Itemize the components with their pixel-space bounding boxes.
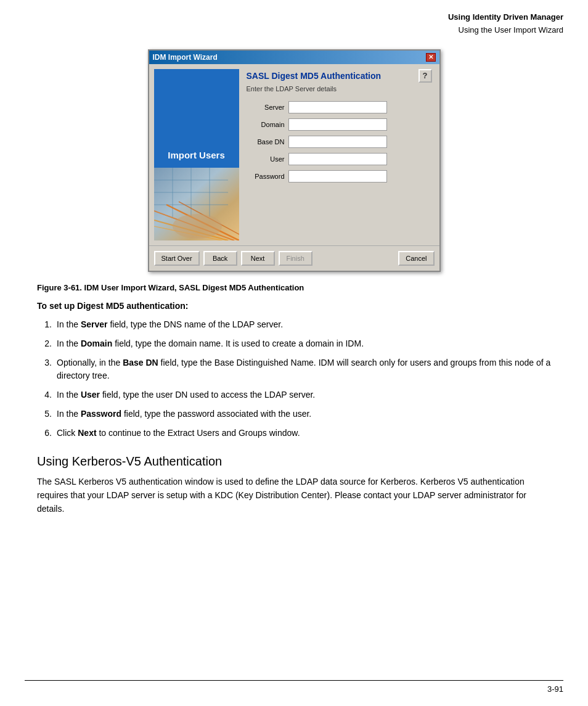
password-field-row: Password	[247, 170, 432, 183]
user-input[interactable]	[288, 153, 387, 165]
photo-decoration	[154, 168, 239, 240]
dialog-titlebar: IDM Import Wizard ✕	[149, 51, 439, 64]
list-item: 2. In the Domain field, type the domain …	[37, 337, 551, 350]
basedn-label: Base DN	[247, 138, 288, 146]
server-label: Server	[247, 104, 288, 111]
idm-dialog: IDM Import Wizard ✕ Import Users	[148, 49, 441, 272]
screenshot-container: IDM Import Wizard ✕ Import Users	[37, 49, 551, 272]
cancel-button[interactable]: Cancel	[398, 251, 434, 266]
list-item: 5. In the Password field, type the passw…	[37, 408, 551, 421]
dialog-photo	[154, 168, 239, 240]
list-item: 6. Click Next to continue to the Extract…	[37, 427, 551, 440]
back-button[interactable]: Back	[203, 251, 237, 266]
server-field-row: Server	[247, 101, 432, 113]
finish-button[interactable]: Finish	[279, 251, 312, 266]
list-item: 4. In the User field, type the user DN u…	[37, 388, 551, 401]
instruction-header: To set up Digest MD5 authentication:	[37, 301, 551, 311]
dialog-right-title: SASL Digest MD5 Authentication	[247, 71, 382, 81]
page-header: Using Identity Driven Manager Using the …	[0, 0, 588, 43]
dialog-right-header: SASL Digest MD5 Authentication ?	[247, 69, 432, 83]
password-label: Password	[247, 173, 288, 180]
import-users-blue-panel: Import Users	[154, 69, 239, 168]
dialog-body: Import Users	[149, 64, 439, 245]
list-item: 3. Optionally, in the Base DN field, typ…	[37, 356, 551, 382]
dialog-close-button[interactable]: ✕	[426, 53, 436, 62]
svg-point-12	[173, 214, 222, 239]
instruction-list: 1. In the Server field, type the DNS nam…	[37, 318, 551, 440]
basedn-input[interactable]	[288, 136, 387, 148]
header-line2: Using the User Import Wizard	[25, 24, 563, 37]
server-input[interactable]	[288, 101, 387, 113]
page-footer: 3-91	[25, 680, 563, 694]
page-number: 3-91	[547, 684, 563, 694]
help-button[interactable]: ?	[419, 69, 432, 83]
domain-input[interactable]	[288, 118, 387, 131]
content-area: IDM Import Wizard ✕ Import Users	[0, 43, 588, 544]
user-label: User	[247, 155, 288, 163]
photo-building	[154, 168, 239, 240]
start-over-button[interactable]: Start Over	[154, 251, 200, 266]
password-input[interactable]	[288, 170, 387, 183]
dialog-left-panel: Import Users	[154, 69, 239, 240]
domain-field-row: Domain	[247, 118, 432, 131]
basedn-field-row: Base DN	[247, 136, 432, 148]
kerberos-body: The SASL Kerberos V5 authentication wind…	[37, 475, 551, 516]
figure-caption: Figure 3-61. IDM User Import Wizard, SAS…	[37, 283, 551, 292]
dialog-title: IDM Import Wizard	[153, 53, 218, 62]
dialog-right-panel: SASL Digest MD5 Authentication ? Enter t…	[244, 69, 435, 240]
import-users-label: Import Users	[168, 149, 225, 162]
header-line1: Using Identity Driven Manager	[25, 11, 563, 24]
domain-label: Domain	[247, 121, 288, 128]
user-field-row: User	[247, 153, 432, 165]
dialog-subtitle: Enter the LDAP Server details	[247, 85, 432, 92]
dialog-footer: Start Over Back Next Finish Cancel	[149, 245, 439, 271]
next-button[interactable]: Next	[241, 251, 275, 266]
list-item: 1. In the Server field, type the DNS nam…	[37, 318, 551, 331]
kerberos-heading: Using Kerberos-V5 Authentication	[37, 454, 551, 469]
